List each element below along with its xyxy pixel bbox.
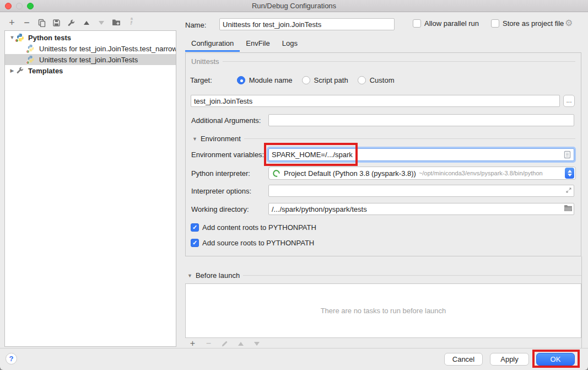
python-test-config-icon <box>27 55 36 64</box>
interpreter-options-label: Interpreter options: <box>191 187 251 195</box>
before-launch-toolbar: + − <box>188 339 261 348</box>
test-badge-icon <box>26 50 30 53</box>
configurations-toolbar: + − ↓az <box>7 18 136 28</box>
python-interpreter-select[interactable]: Project Default (Python 3.8 (pyspark-3.8… <box>268 167 576 180</box>
run-debug-configurations-dialog: Run/Debug Configurations + − ↓az ▼ Pytho… <box>0 0 588 370</box>
python-interpreter-label: Python interpreter: <box>191 169 250 178</box>
add-content-roots-label: Add content roots to PYTHONPATH <box>202 223 316 232</box>
remove-configuration-icon[interactable]: − <box>22 18 31 28</box>
tree-item-label: Templates <box>28 67 63 75</box>
target-script-path-radio[interactable] <box>302 76 310 84</box>
tree-item-label: Unittests for test_join.JoinTests.test_n… <box>39 45 176 53</box>
tree-item-python-tests[interactable]: ▼ Python tests <box>5 32 176 43</box>
tree-item-unittests-jointests[interactable]: Unittests for test_join.JoinTests <box>5 54 176 65</box>
add-source-roots-option[interactable]: ✓ Add source roots to PYTHONPATH <box>191 239 314 247</box>
move-up-icon[interactable] <box>82 18 91 28</box>
add-content-roots-option[interactable]: ✓ Add content roots to PYTHONPATH <box>191 223 316 232</box>
folder-browse-icon[interactable] <box>564 205 573 213</box>
python-interpreter-value: Project Default (Python 3.8 (pyspark-3.8… <box>284 169 416 178</box>
target-module-name-label: Module name <box>249 76 293 84</box>
store-as-project-file-option[interactable]: Store as project file <box>491 19 564 28</box>
configurations-tree: ▼ Python tests Unittests for test_join.J… <box>4 30 176 347</box>
target-custom-radio[interactable] <box>358 76 366 84</box>
tree-item-unittests-narrow[interactable]: Unittests for test_join.JoinTests.test_n… <box>5 43 176 54</box>
apply-button[interactable]: Apply <box>490 353 529 366</box>
allow-parallel-run-label: Allow parallel run <box>424 19 479 28</box>
cancel-button[interactable]: Cancel <box>444 353 483 366</box>
name-input[interactable]: Unittests for test_join.JoinTests <box>219 18 395 30</box>
module-name-input[interactable]: test_join.JoinTests <box>191 95 560 107</box>
add-task-icon[interactable]: + <box>188 339 197 348</box>
edit-templates-icon[interactable] <box>67 18 76 28</box>
expand-field-icon[interactable] <box>565 186 573 196</box>
environment-section-title: Environment <box>201 135 241 143</box>
chevron-collapsed-icon[interactable]: ▶ <box>8 68 16 73</box>
allow-parallel-run-checkbox[interactable] <box>413 19 421 28</box>
python-interpreter-path: ~/opt/miniconda3/envs/pyspark-3.8/bin/py… <box>419 170 565 176</box>
tree-item-templates[interactable]: ▶ Templates <box>5 65 176 76</box>
environment-variables-label: Environment variables: <box>191 151 264 159</box>
move-task-down-icon <box>252 339 261 348</box>
tree-item-label: Python tests <box>28 34 71 42</box>
name-label: Name: <box>185 21 206 29</box>
conda-environment-icon <box>272 169 280 178</box>
collapse-arrow-icon[interactable]: ▼ <box>192 136 197 142</box>
unittests-section-title: Unittests <box>191 57 219 66</box>
footer-separator <box>0 348 588 348</box>
environment-variables-value: SPARK_HOME=/.../spark <box>272 151 353 159</box>
tab-envfile[interactable]: EnvFile <box>240 36 276 52</box>
target-label: Target: <box>190 76 212 84</box>
tree-item-label: Unittests for test_join.JoinTests <box>39 56 138 64</box>
move-task-up-icon <box>236 339 245 348</box>
additional-arguments-input[interactable] <box>268 114 574 126</box>
target-module-name-radio[interactable] <box>237 76 245 84</box>
environment-section-header[interactable]: ▼ Environment <box>192 135 575 143</box>
test-badge-icon <box>15 39 19 42</box>
add-source-roots-label: Add source roots to PYTHONPATH <box>202 239 314 247</box>
copy-configuration-icon[interactable] <box>37 18 46 28</box>
new-folder-icon[interactable] <box>111 18 121 28</box>
before-launch-title: Before launch <box>196 271 240 280</box>
sort-alphabetically-icon: ↓az <box>126 18 136 28</box>
add-configuration-icon[interactable]: + <box>7 18 17 28</box>
store-as-project-file-label: Store as project file <box>503 19 564 28</box>
add-content-roots-checkbox[interactable]: ✓ <box>191 223 199 232</box>
target-row: Target: Module name Script path Custom <box>190 76 394 84</box>
tab-logs[interactable]: Logs <box>276 36 304 52</box>
edit-task-icon <box>220 339 229 348</box>
tab-configuration[interactable]: Configuration <box>185 36 240 52</box>
unittests-section-header: Unittests <box>191 57 575 66</box>
dropdown-stepper-icon[interactable] <box>565 168 574 179</box>
interpreter-options-input[interactable] <box>268 185 574 197</box>
allow-parallel-run-option[interactable]: Allow parallel run <box>413 19 479 28</box>
additional-arguments-label: Additional Arguments: <box>191 116 261 125</box>
ok-button[interactable]: OK <box>536 353 575 366</box>
add-source-roots-checkbox[interactable]: ✓ <box>191 239 199 247</box>
gear-icon[interactable]: ⚙ <box>565 18 573 28</box>
save-configuration-icon[interactable] <box>52 18 61 28</box>
before-launch-header[interactable]: ▼ Before launch <box>187 271 581 280</box>
help-button[interactable]: ? <box>6 353 17 364</box>
working-directory-label: Working directory: <box>191 205 249 213</box>
before-launch-task-list: There are no tasks to run before launch <box>185 283 581 338</box>
target-custom-label: Custom <box>370 76 395 84</box>
before-launch-empty-message: There are no tasks to run before launch <box>321 307 446 315</box>
pane-right-border <box>581 256 582 348</box>
configuration-pane: Unittests Target: Module name Script pat… <box>185 52 581 256</box>
move-down-icon <box>96 18 106 28</box>
window-title: Run/Debug Configurations <box>0 2 588 10</box>
working-directory-input[interactable]: /.../spark/python/pyspark/tests <box>268 203 574 215</box>
test-badge-icon <box>26 61 30 65</box>
remove-task-icon: − <box>204 339 213 348</box>
browse-module-button[interactable]: ... <box>563 95 575 107</box>
target-script-path-label: Script path <box>314 76 348 84</box>
collapse-arrow-icon[interactable]: ▼ <box>187 273 192 278</box>
config-tabs: Configuration EnvFile Logs <box>185 36 304 52</box>
python-test-config-icon <box>27 44 36 53</box>
store-as-project-file-checkbox[interactable] <box>491 19 499 28</box>
templates-wrench-icon <box>16 66 25 75</box>
titlebar: Run/Debug Configurations <box>0 0 588 12</box>
python-tests-icon <box>16 33 25 42</box>
env-variables-list-icon[interactable] <box>564 151 571 161</box>
environment-variables-input[interactable]: SPARK_HOME=/.../spark <box>268 148 574 161</box>
